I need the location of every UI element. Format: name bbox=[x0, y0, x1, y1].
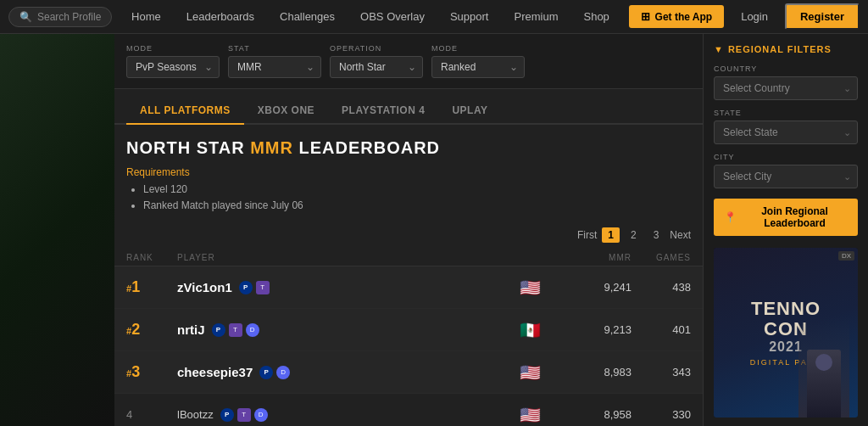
playstation-icon: P bbox=[212, 323, 225, 337]
operation-label: OPERATION bbox=[330, 44, 423, 53]
city-select-wrapper: Select City bbox=[714, 165, 858, 188]
col-header-rank: RANK bbox=[126, 253, 177, 262]
thumbnail-image bbox=[0, 34, 114, 426]
country-label: COUNTRY bbox=[714, 64, 858, 73]
nav-leaderboards[interactable]: Leaderboards bbox=[175, 5, 266, 28]
leaderboard-title: NORTH STAR MMR LEADERBOARD bbox=[126, 138, 691, 158]
discord-icon: D bbox=[276, 366, 290, 379]
mmr-value: 8,983 bbox=[555, 366, 632, 378]
pagination: First 1 2 3 Next bbox=[114, 221, 703, 249]
page-next[interactable]: Next bbox=[670, 229, 691, 241]
nav-links: Home Leaderboards Challenges OBS Overlay… bbox=[117, 5, 623, 28]
join-regional-label: Join Regional Leaderboard bbox=[742, 205, 848, 229]
twitch-icon: T bbox=[256, 281, 270, 294]
games-value: 330 bbox=[632, 408, 691, 421]
flag-cell: 🇺🇸 bbox=[504, 405, 555, 425]
games-value: 343 bbox=[632, 366, 691, 378]
playstation-icon: P bbox=[220, 408, 234, 422]
table-row[interactable]: #3 cheesepie37 PD 🇺🇸 8,983 343 bbox=[114, 351, 703, 394]
tab-playstation4[interactable]: PLAYSTATION 4 bbox=[328, 98, 438, 125]
page-1[interactable]: 1 bbox=[602, 227, 620, 243]
nav-obs-overlay[interactable]: OBS Overlay bbox=[348, 5, 437, 28]
page-first[interactable]: First bbox=[577, 229, 597, 241]
rank-number: #1 bbox=[126, 278, 177, 296]
rank-number: #2 bbox=[126, 321, 177, 339]
city-filter-group: CITY Select City bbox=[714, 153, 858, 188]
games-value: 438 bbox=[632, 281, 691, 294]
requirements-list: Level 120 Ranked Match played since July… bbox=[126, 182, 691, 214]
flag-cell: 🇺🇸 bbox=[504, 277, 555, 298]
flag-cell: 🇺🇸 bbox=[504, 362, 555, 383]
right-sidebar: ▼ REGIONAL FILTERS COUNTRY Select Countr… bbox=[703, 34, 868, 426]
player-name: cheesepie37 bbox=[177, 365, 253, 379]
search-icon: 🔍 bbox=[19, 11, 32, 23]
center-content: MODE PvP Seasons STAT MMR OPERATION bbox=[114, 34, 703, 426]
ad-content: DX TENNO CON 2021 DIGITAL PACK bbox=[714, 248, 858, 418]
mode2-select[interactable]: Ranked bbox=[431, 56, 525, 78]
col-header-player: PLAYER bbox=[177, 253, 504, 262]
table-header: RANK PLAYER MMR GAMES bbox=[114, 249, 703, 266]
nav-challenges[interactable]: Challenges bbox=[268, 5, 347, 28]
ad-tag: DX bbox=[838, 251, 854, 261]
location-pin-icon: 📍 bbox=[724, 211, 737, 223]
table-row[interactable]: 4 lBootzz PTD 🇺🇸 8,958 330 bbox=[114, 394, 703, 426]
mode2-selector-group: MODE Ranked bbox=[431, 44, 525, 78]
lb-title-highlight: MMR bbox=[250, 138, 293, 157]
leaderboard-header: NORTH STAR MMR LEADERBOARD Requirements … bbox=[114, 125, 703, 221]
rank-number: #3 bbox=[126, 363, 177, 381]
platform-icons: PD bbox=[259, 366, 290, 379]
nav-support[interactable]: Support bbox=[438, 5, 501, 28]
regional-filters-label: REGIONAL FILTERS bbox=[728, 44, 832, 54]
ad-figure bbox=[798, 316, 849, 418]
table-row[interactable]: #1 zVic1on1 PT 🇺🇸 9,241 438 bbox=[114, 266, 703, 309]
operation-select[interactable]: North Star bbox=[330, 56, 423, 78]
stat-select[interactable]: MMR bbox=[228, 56, 321, 78]
lb-title-prefix: NORTH STAR bbox=[126, 138, 250, 157]
city-select[interactable]: Select City bbox=[714, 165, 858, 188]
player-info: lBootzz PTD bbox=[177, 408, 504, 422]
navbar: 🔍 Search Profile Home Leaderboards Chall… bbox=[0, 0, 868, 34]
platform-tabs: ALL PLATFORMS XBOX ONE PLAYSTATION 4 UPL… bbox=[114, 89, 703, 125]
player-name: nrtiJ bbox=[177, 322, 205, 337]
twitch-icon: T bbox=[229, 323, 242, 337]
leaderboard-rows: #1 zVic1on1 PT 🇺🇸 9,241 438 #2 nrtiJ PTD… bbox=[114, 266, 703, 426]
lb-title-suffix: LEADERBOARD bbox=[293, 138, 440, 157]
mode-select[interactable]: PvP Seasons bbox=[126, 56, 220, 78]
mmr-value: 9,241 bbox=[555, 281, 632, 294]
nav-home[interactable]: Home bbox=[120, 5, 173, 28]
mode2-select-wrapper: Ranked bbox=[431, 56, 525, 78]
state-label: STATE bbox=[714, 109, 858, 117]
main-container: MODE PvP Seasons STAT MMR OPERATION bbox=[0, 34, 868, 426]
ad-area: DX TENNO CON 2021 DIGITAL PACK bbox=[714, 248, 858, 418]
requirements-label: Requirements bbox=[126, 166, 691, 178]
join-regional-button[interactable]: 📍 Join Regional Leaderboard bbox=[714, 199, 858, 236]
mmr-value: 8,958 bbox=[555, 408, 632, 421]
tab-uplay[interactable]: UPLAY bbox=[438, 98, 501, 125]
page-3[interactable]: 3 bbox=[648, 227, 665, 243]
get-app-button[interactable]: ⊞ Get the App bbox=[629, 5, 725, 28]
nav-shop[interactable]: Shop bbox=[571, 5, 620, 28]
playstation-icon: P bbox=[239, 281, 253, 294]
nav-premium[interactable]: Premium bbox=[502, 5, 570, 28]
search-profile-label: Search Profile bbox=[37, 11, 101, 23]
requirement-item: Level 120 bbox=[143, 182, 691, 198]
rank-number: 4 bbox=[126, 408, 177, 421]
platform-icons: PTD bbox=[220, 408, 268, 422]
table-row[interactable]: #2 nrtiJ PTD 🇲🇽 9,213 401 bbox=[114, 309, 703, 351]
login-button[interactable]: Login bbox=[729, 5, 780, 28]
stat-label: STAT bbox=[228, 44, 321, 53]
search-profile-btn[interactable]: 🔍 Search Profile bbox=[8, 7, 112, 27]
mmr-value: 9,213 bbox=[555, 323, 632, 336]
register-button[interactable]: Register bbox=[785, 3, 860, 30]
tab-xbox-one[interactable]: XBOX ONE bbox=[244, 98, 328, 125]
platform-icons: PT bbox=[239, 281, 270, 294]
mode-selector-group: MODE PvP Seasons bbox=[126, 44, 220, 78]
tab-all-platforms[interactable]: ALL PLATFORMS bbox=[126, 98, 244, 125]
mode-label: MODE bbox=[126, 44, 220, 53]
state-select[interactable]: Select State bbox=[714, 121, 858, 144]
platform-icons: PTD bbox=[212, 323, 259, 337]
stat-selector-group: STAT MMR bbox=[228, 44, 321, 78]
country-select[interactable]: Select Country bbox=[714, 76, 858, 100]
operation-select-wrapper: North Star bbox=[330, 56, 423, 78]
page-2[interactable]: 2 bbox=[625, 227, 643, 243]
